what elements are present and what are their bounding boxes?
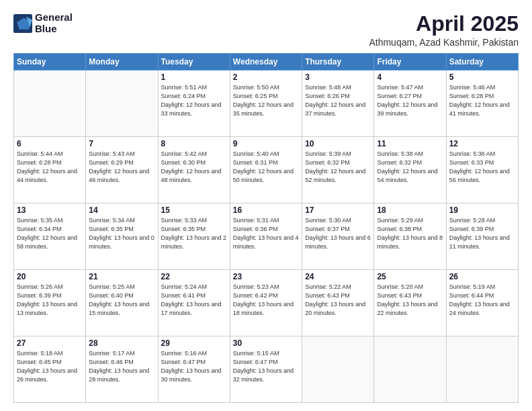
day-info: Sunrise: 5:44 AMSunset: 6:28 PMDaylight:… <box>17 150 83 185</box>
day-number: 10 <box>305 139 371 148</box>
weekday-header: Friday <box>374 54 446 71</box>
day-info: Sunrise: 5:47 AMSunset: 6:27 PMDaylight:… <box>377 83 443 118</box>
day-info: Sunrise: 5:46 AMSunset: 6:28 PMDaylight:… <box>449 83 515 118</box>
calendar-cell: 19Sunrise: 5:28 AMSunset: 6:39 PMDayligh… <box>446 203 518 270</box>
day-number: 24 <box>305 272 371 281</box>
day-number: 29 <box>161 338 227 348</box>
day-number: 4 <box>377 73 443 82</box>
day-info: Sunrise: 5:39 AMSunset: 6:32 PMDaylight:… <box>305 150 371 185</box>
calendar-week-row: 20Sunrise: 5:26 AMSunset: 6:39 PMDayligh… <box>14 270 519 336</box>
calendar-cell: 2Sunrise: 5:50 AMSunset: 6:25 PMDaylight… <box>230 71 302 137</box>
calendar-cell: 29Sunrise: 5:16 AMSunset: 6:47 PMDayligh… <box>158 336 230 403</box>
calendar-week-row: 13Sunrise: 5:35 AMSunset: 6:34 PMDayligh… <box>14 203 519 270</box>
day-number: 25 <box>377 272 443 281</box>
day-number: 16 <box>233 205 299 215</box>
day-info: Sunrise: 5:30 AMSunset: 6:37 PMDaylight:… <box>305 216 371 251</box>
calendar-subtitle: Athmuqam, Azad Kashmir, Pakistan <box>369 37 519 48</box>
calendar-header-row: SundayMondayTuesdayWednesdayThursdayFrid… <box>14 54 519 71</box>
weekday-header: Sunday <box>14 54 86 71</box>
day-number: 11 <box>377 139 443 148</box>
day-number: 13 <box>17 205 83 215</box>
weekday-header: Monday <box>86 54 158 71</box>
calendar-cell: 20Sunrise: 5:26 AMSunset: 6:39 PMDayligh… <box>14 270 86 336</box>
logo-line1: General <box>35 12 73 24</box>
calendar-cell: 18Sunrise: 5:29 AMSunset: 6:38 PMDayligh… <box>374 203 446 270</box>
day-number: 12 <box>449 139 515 148</box>
calendar-cell: 3Sunrise: 5:48 AMSunset: 6:26 PMDaylight… <box>302 71 374 137</box>
calendar-cell <box>374 336 446 403</box>
calendar-cell: 26Sunrise: 5:19 AMSunset: 6:44 PMDayligh… <box>446 270 518 336</box>
day-number: 19 <box>449 205 515 215</box>
day-info: Sunrise: 5:34 AMSunset: 6:35 PMDaylight:… <box>89 216 154 251</box>
day-info: Sunrise: 5:36 AMSunset: 6:33 PMDaylight:… <box>449 150 515 185</box>
day-number: 20 <box>17 272 83 281</box>
calendar-cell: 30Sunrise: 5:15 AMSunset: 6:47 PMDayligh… <box>230 336 302 403</box>
calendar-title: April 2025 <box>369 12 519 36</box>
day-info: Sunrise: 5:25 AMSunset: 6:40 PMDaylight:… <box>89 283 154 318</box>
weekday-header: Wednesday <box>230 54 302 71</box>
header: General Blue April 2025 Athmuqam, Azad K… <box>13 12 519 48</box>
calendar-cell: 12Sunrise: 5:36 AMSunset: 6:33 PMDayligh… <box>446 137 518 203</box>
day-info: Sunrise: 5:50 AMSunset: 6:25 PMDaylight:… <box>233 83 299 118</box>
day-info: Sunrise: 5:15 AMSunset: 6:47 PMDaylight:… <box>233 349 299 384</box>
day-info: Sunrise: 5:22 AMSunset: 6:43 PMDaylight:… <box>305 283 371 318</box>
day-number: 15 <box>161 205 227 215</box>
calendar-cell: 15Sunrise: 5:33 AMSunset: 6:35 PMDayligh… <box>158 203 230 270</box>
day-number: 18 <box>377 205 443 215</box>
day-info: Sunrise: 5:29 AMSunset: 6:38 PMDaylight:… <box>377 216 443 251</box>
day-number: 28 <box>89 338 154 348</box>
weekday-header: Saturday <box>446 54 518 71</box>
calendar-cell: 24Sunrise: 5:22 AMSunset: 6:43 PMDayligh… <box>302 270 374 336</box>
calendar-cell: 1Sunrise: 5:51 AMSunset: 6:24 PMDaylight… <box>158 71 230 137</box>
weekday-header: Tuesday <box>158 54 230 71</box>
logo-text: General Blue <box>35 12 73 34</box>
day-number: 3 <box>305 73 371 82</box>
calendar-cell: 5Sunrise: 5:46 AMSunset: 6:28 PMDaylight… <box>446 71 518 137</box>
calendar-cell: 16Sunrise: 5:31 AMSunset: 6:36 PMDayligh… <box>230 203 302 270</box>
day-number: 1 <box>161 73 227 82</box>
day-info: Sunrise: 5:24 AMSunset: 6:41 PMDaylight:… <box>161 283 227 318</box>
calendar-week-row: 27Sunrise: 5:18 AMSunset: 6:45 PMDayligh… <box>14 336 519 403</box>
day-number: 2 <box>233 73 299 82</box>
calendar-cell <box>446 336 518 403</box>
calendar-cell: 11Sunrise: 5:38 AMSunset: 6:32 PMDayligh… <box>374 137 446 203</box>
calendar-cell: 8Sunrise: 5:42 AMSunset: 6:30 PMDaylight… <box>158 137 230 203</box>
day-number: 9 <box>233 139 299 148</box>
calendar-cell: 28Sunrise: 5:17 AMSunset: 6:46 PMDayligh… <box>86 336 158 403</box>
day-number: 27 <box>17 338 83 348</box>
day-info: Sunrise: 5:18 AMSunset: 6:45 PMDaylight:… <box>17 349 83 384</box>
day-number: 22 <box>161 272 227 281</box>
calendar-cell: 23Sunrise: 5:23 AMSunset: 6:42 PMDayligh… <box>230 270 302 336</box>
day-info: Sunrise: 5:17 AMSunset: 6:46 PMDaylight:… <box>89 349 154 384</box>
calendar-cell: 21Sunrise: 5:25 AMSunset: 6:40 PMDayligh… <box>86 270 158 336</box>
day-number: 7 <box>89 139 154 148</box>
calendar-cell: 7Sunrise: 5:43 AMSunset: 6:29 PMDaylight… <box>86 137 158 203</box>
day-info: Sunrise: 5:51 AMSunset: 6:24 PMDaylight:… <box>161 83 227 118</box>
day-number: 14 <box>89 205 154 215</box>
calendar-week-row: 1Sunrise: 5:51 AMSunset: 6:24 PMDaylight… <box>14 71 519 137</box>
calendar-cell: 9Sunrise: 5:40 AMSunset: 6:31 PMDaylight… <box>230 137 302 203</box>
calendar-cell <box>86 71 158 137</box>
day-info: Sunrise: 5:31 AMSunset: 6:36 PMDaylight:… <box>233 216 299 251</box>
day-number: 30 <box>233 338 299 348</box>
day-info: Sunrise: 5:20 AMSunset: 6:43 PMDaylight:… <box>377 283 443 318</box>
day-info: Sunrise: 5:23 AMSunset: 6:42 PMDaylight:… <box>233 283 299 318</box>
day-number: 8 <box>161 139 227 148</box>
day-info: Sunrise: 5:48 AMSunset: 6:26 PMDaylight:… <box>305 83 371 118</box>
calendar-cell <box>14 71 86 137</box>
day-info: Sunrise: 5:43 AMSunset: 6:29 PMDaylight:… <box>89 150 154 185</box>
day-info: Sunrise: 5:40 AMSunset: 6:31 PMDaylight:… <box>233 150 299 185</box>
day-info: Sunrise: 5:19 AMSunset: 6:44 PMDaylight:… <box>449 283 515 318</box>
calendar-table: SundayMondayTuesdayWednesdayThursdayFrid… <box>13 53 519 403</box>
day-number: 6 <box>17 139 83 148</box>
calendar-cell: 13Sunrise: 5:35 AMSunset: 6:34 PMDayligh… <box>14 203 86 270</box>
day-number: 26 <box>449 272 515 281</box>
day-info: Sunrise: 5:38 AMSunset: 6:32 PMDaylight:… <box>377 150 443 185</box>
day-number: 23 <box>233 272 299 281</box>
calendar-cell <box>302 336 374 403</box>
day-number: 5 <box>449 73 515 82</box>
page: General Blue April 2025 Athmuqam, Azad K… <box>0 0 532 411</box>
calendar-cell: 10Sunrise: 5:39 AMSunset: 6:32 PMDayligh… <box>302 137 374 203</box>
day-info: Sunrise: 5:16 AMSunset: 6:47 PMDaylight:… <box>161 349 227 384</box>
day-info: Sunrise: 5:26 AMSunset: 6:39 PMDaylight:… <box>17 283 83 318</box>
